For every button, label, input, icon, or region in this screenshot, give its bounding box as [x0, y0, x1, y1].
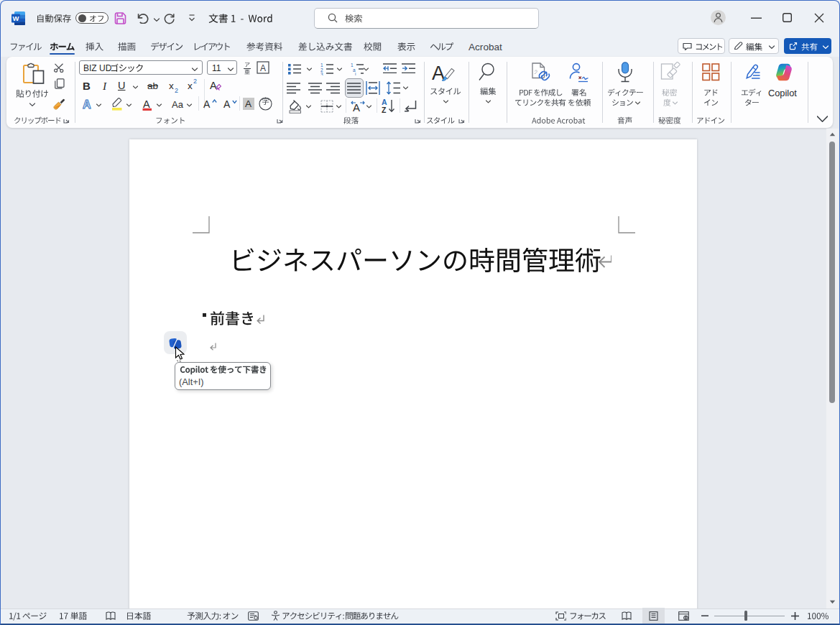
svg-text:Z: Z — [382, 106, 387, 114]
svg-text:A: A — [260, 63, 266, 73]
svg-text:i: i — [355, 72, 356, 76]
svg-text:3: 3 — [320, 72, 323, 76]
svg-text:A: A — [143, 98, 150, 110]
svg-text:W: W — [13, 14, 19, 22]
svg-text:A: A — [83, 98, 91, 111]
svg-text:A: A — [210, 80, 217, 91]
